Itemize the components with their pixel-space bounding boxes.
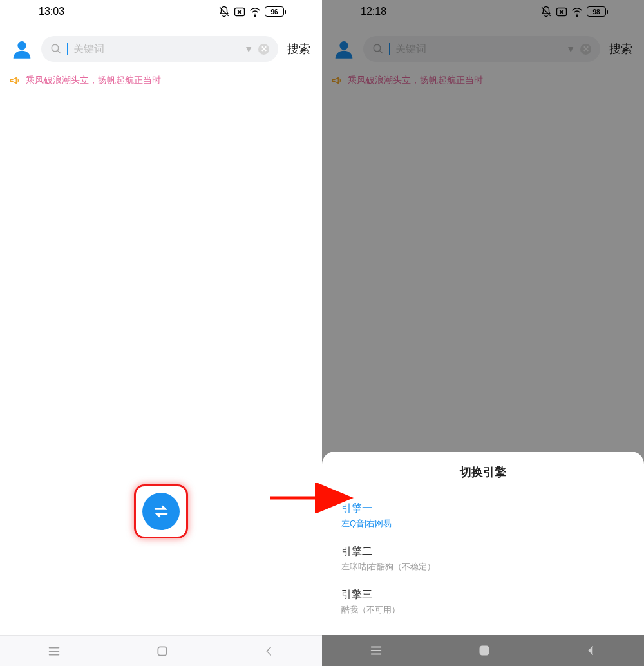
close-box-icon [234,7,245,17]
svg-point-2 [17,41,26,50]
profile-icon[interactable] [334,39,354,59]
status-icons: 96 [218,6,286,17]
text-cursor [67,43,68,55]
engine-option-3[interactable]: 引擎三 酷我（不可用） [337,580,629,623]
battery-level: 98 [592,8,600,15]
swap-engine-button-highlight [134,484,188,538]
engine-option-1[interactable]: 引擎一 左Q音|右网易 [337,494,629,537]
nav-back-icon[interactable] [585,644,597,657]
phone-right: 12:18 98 关键词 ▼ ✕ 搜索 [322,0,644,666]
nav-home-icon[interactable] [478,644,491,657]
nav-recent-icon[interactable] [369,643,383,658]
status-bar: 13:03 96 [0,0,322,23]
wifi-icon [249,7,261,17]
wifi-icon [571,7,583,17]
engine-name: 引擎二 [341,545,625,558]
nav-back-icon[interactable] [263,645,275,658]
mute-icon [218,6,230,17]
announcement-bar[interactable]: 乘风破浪潮头立，扬帆起航正当时 [0,71,322,93]
search-icon [50,43,62,55]
battery-level: 96 [270,8,278,15]
chevron-down-icon[interactable]: ▼ [566,44,575,54]
search-button[interactable]: 搜索 [609,41,632,57]
phone-left: 13:03 96 关键词 ▼ ✕ 搜索 [0,0,322,666]
search-placeholder: 关键词 [73,43,239,56]
tutorial-arrow [267,483,357,513]
search-input[interactable]: 关键词 ▼ ✕ [363,36,600,62]
engine-desc: 酷我（不可用） [341,604,625,616]
announcement-text: 乘风破浪潮头立，扬帆起航正当时 [26,75,161,86]
svg-rect-4 [158,647,166,655]
svg-rect-9 [480,646,488,654]
nav-home-icon[interactable] [156,645,169,658]
swap-engine-button[interactable] [142,493,180,530]
clear-icon[interactable]: ✕ [580,44,591,55]
search-icon [372,43,384,55]
status-icons: 98 [540,6,608,17]
engine-name: 引擎一 [341,502,625,515]
chevron-down-icon[interactable]: ▼ [244,44,253,54]
search-button[interactable]: 搜索 [287,41,310,57]
search-row: 关键词 ▼ ✕ 搜索 [0,23,322,71]
profile-icon[interactable] [12,39,32,59]
nav-recent-icon[interactable] [47,644,61,658]
engine-name: 引擎三 [341,588,625,602]
status-bar: 12:18 98 [322,0,644,23]
system-nav-bar [322,635,644,666]
sheet-title: 切换引擎 [337,464,629,480]
announcement-text: 乘风破浪潮头立，扬帆起航正当时 [348,75,483,86]
app-body: 关键词 ▼ ✕ 搜索 乘风破浪潮头立，扬帆起航正当时 [0,23,322,635]
announcement-bar[interactable]: 乘风破浪潮头立，扬帆起航正当时 [322,71,644,93]
search-input[interactable]: 关键词 ▼ ✕ [41,36,278,62]
mute-icon [540,6,552,17]
megaphone-icon [331,75,343,86]
system-nav-bar [0,635,322,666]
battery-indicator: 98 [587,6,608,17]
status-time: 12:18 [361,6,386,17]
battery-indicator: 96 [265,6,286,17]
svg-point-3 [52,44,59,52]
svg-point-1 [254,15,256,16]
engine-desc: 左Q音|右网易 [341,518,625,529]
engine-desc: 左咪咕|右酷狗（不稳定） [341,561,625,573]
close-box-icon [556,7,567,17]
status-time: 13:03 [39,6,64,17]
engine-option-2[interactable]: 引擎二 左咪咕|右酷狗（不稳定） [337,537,629,580]
search-placeholder: 关键词 [395,43,561,56]
svg-point-6 [576,15,578,16]
swap-icon [151,502,171,521]
engine-switch-sheet: 切换引擎 引擎一 左Q音|右网易 引擎二 左咪咕|右酷狗（不稳定） 引擎三 酷我… [322,452,644,635]
megaphone-icon [9,75,21,86]
search-row: 关键词 ▼ ✕ 搜索 [322,23,644,71]
svg-point-8 [374,44,381,52]
content-area [0,93,322,635]
text-cursor [389,43,390,55]
clear-icon[interactable]: ✕ [258,44,269,55]
svg-point-7 [339,41,348,50]
